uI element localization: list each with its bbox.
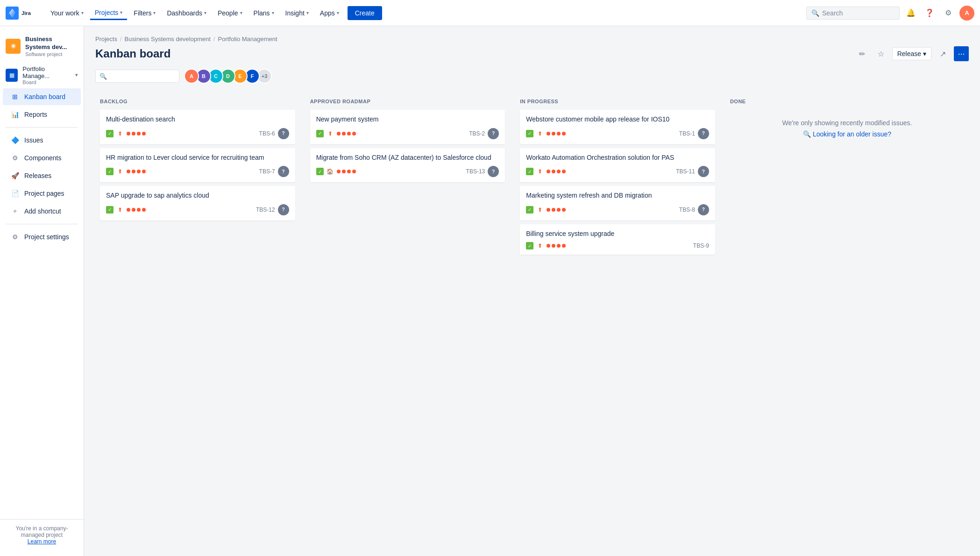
more-options-button[interactable]: ··· — [954, 46, 969, 61]
story-icon: ✓ — [106, 206, 114, 214]
card-tbs-9[interactable]: Billing service system upgrade ✓ ⬆ TBS-9 — [520, 224, 715, 255]
card-tbs-8-title: Marketing system refresh and DB migratio… — [526, 191, 709, 200]
card-tbs-12-id: TBS-12 — [256, 207, 275, 213]
release-chevron: ▾ — [923, 50, 926, 57]
breadcrumb-projects[interactable]: Projects — [95, 36, 117, 43]
nav-filters[interactable]: Filters ▾ — [129, 7, 160, 20]
create-button[interactable]: Create — [348, 6, 382, 20]
edit-board-button[interactable]: ✏ — [855, 46, 870, 61]
star-button[interactable]: ☆ — [873, 46, 888, 61]
card-dots — [127, 132, 146, 135]
done-empty-text: We're only showing recently modified iss… — [739, 119, 955, 127]
nav-plans[interactable]: Plans ▾ — [249, 7, 279, 20]
topnav-right-area: 🔍 Search 🔔 ❓ ⚙ A — [806, 6, 974, 21]
learn-more-link[interactable]: Learn more — [28, 538, 56, 545]
filter-search-box[interactable]: 🔍 — [95, 70, 179, 83]
project2-icon: ▦ — [6, 69, 18, 82]
priority-icon: ⬆ — [536, 130, 544, 137]
filter-bar: 🔍 A B C D E F +3 — [95, 69, 969, 84]
card-tbs-2-avatar: ? — [488, 128, 499, 139]
sidebar-item-add-shortcut[interactable]: ＋ Add shortcut — [3, 203, 81, 220]
breadcrumb-portfolio-management[interactable]: Portfolio Management — [218, 36, 277, 43]
project-pages-label: Project pages — [24, 190, 64, 197]
priority-icon: ⬆ — [536, 206, 544, 214]
nav-your-work[interactable]: Your work ▾ — [46, 7, 88, 20]
story-icon: ✓ — [316, 168, 324, 175]
card-dots — [127, 170, 146, 173]
card-tbs-6-title: Multi-destination search — [106, 115, 289, 124]
column-backlog: BACKLOG Multi-destination search ✓ ⬆ TBS… — [95, 93, 300, 229]
apps-chevron: ▾ — [337, 10, 339, 15]
sidebar-item-project-pages[interactable]: 📄 Project pages — [3, 185, 81, 202]
project2-name: Portfolio Manage... Board — [22, 65, 71, 85]
sidebar-item-issues[interactable]: 🔷 Issues — [3, 132, 81, 149]
search-box[interactable]: 🔍 Search — [806, 7, 900, 20]
card-tbs-7-avatar: ? — [278, 166, 289, 177]
components-label: Components — [24, 154, 61, 162]
story-icon: ✓ — [106, 168, 114, 175]
card-tbs-12-title: SAP upgrade to sap analytics cloud — [106, 191, 289, 200]
sidebar-item-project-settings[interactable]: ⚙ Project settings — [3, 228, 81, 245]
card-dots — [547, 244, 566, 248]
nav-apps[interactable]: Apps ▾ — [315, 7, 344, 20]
search-icon: 🔍 — [811, 9, 819, 17]
plans-chevron: ▾ — [272, 10, 274, 15]
card-dots — [547, 132, 566, 135]
jira-wordmark: Jira — [21, 8, 40, 18]
release-button[interactable]: Release ▾ — [892, 47, 931, 60]
user-avatar[interactable]: A — [959, 6, 974, 21]
priority-icon: ⬆ — [536, 168, 544, 175]
older-issue-link[interactable]: 🔍 Looking for an older issue? — [739, 130, 955, 138]
components-icon: ⚙ — [10, 153, 20, 163]
sidebar-item-releases[interactable]: 🚀 Releases — [3, 167, 81, 184]
card-tbs-13[interactable]: Migrate from Soho CRM (AZ datacenter) to… — [310, 148, 505, 183]
priority-icon: ⬆ — [116, 206, 124, 214]
filter-search-input[interactable] — [109, 72, 165, 80]
help-button[interactable]: ❓ — [922, 6, 937, 21]
add-shortcut-icon: ＋ — [10, 207, 20, 216]
company-managed-text: You're in a company-managed project — [6, 525, 78, 538]
card-tbs-11-id: TBS-11 — [676, 168, 695, 175]
sidebar-project1-header[interactable]: ☀ Business Systems dev... Software proje… — [0, 32, 84, 61]
sidebar-item-reports[interactable]: 📊 Reports — [3, 106, 81, 123]
jira-logo[interactable]: Jira — [6, 7, 40, 20]
svg-text:Jira: Jira — [21, 10, 31, 16]
card-tbs-8[interactable]: Marketing system refresh and DB migratio… — [520, 186, 715, 221]
sidebar-item-components[interactable]: ⚙ Components — [3, 150, 81, 166]
card-tbs-2[interactable]: New payment system ✓ ⬆ TBS-2 ? — [310, 110, 505, 144]
add-shortcut-label: Add shortcut — [24, 207, 61, 215]
top-navigation: Jira Your work ▾ Projects ▾ Filters ▾ Da… — [0, 0, 980, 26]
card-tbs-12[interactable]: SAP upgrade to sap analytics cloud ✓ ⬆ T… — [100, 186, 295, 221]
avatar-group: A B C D E F +3 — [184, 69, 272, 84]
share-button[interactable]: ↗ — [935, 46, 950, 61]
release-label: Release — [897, 50, 921, 57]
nav-people[interactable]: People ▾ — [213, 7, 247, 20]
card-tbs-11-title: Workato Automation Orchestration solutio… — [526, 153, 709, 163]
card-tbs-1-avatar: ? — [698, 128, 709, 139]
nav-projects[interactable]: Projects ▾ — [90, 6, 128, 20]
filter-search-icon: 🔍 — [99, 73, 107, 80]
done-header: DONE — [730, 98, 964, 105]
settings-button[interactable]: ⚙ — [941, 6, 956, 21]
nav-insight[interactable]: Insight ▾ — [281, 7, 313, 20]
card-tbs-9-id: TBS-9 — [693, 242, 709, 249]
card-tbs-13-avatar: ? — [488, 166, 499, 177]
card-tbs-6[interactable]: Multi-destination search ✓ ⬆ TBS-6 ? — [100, 110, 295, 144]
card-tbs-2-title: New payment system — [316, 115, 499, 124]
page-title: Kanban board — [95, 47, 170, 60]
breadcrumb-business-systems[interactable]: Business Systems development — [125, 36, 211, 43]
story-icon: ✓ — [526, 130, 533, 137]
card-tbs-7[interactable]: HR migration to Lever cloud service for … — [100, 148, 295, 183]
card-tbs-8-id: TBS-8 — [679, 207, 695, 213]
sidebar-item-kanban-board[interactable]: ⊞ Kanban board — [3, 88, 81, 105]
card-tbs-1[interactable]: Webstore customer mobile app release for… — [520, 110, 715, 144]
nav-dashboards[interactable]: Dashboards ▾ — [162, 7, 211, 20]
sidebar-project2-header[interactable]: ▦ Portfolio Manage... Board ▾ — [0, 63, 84, 88]
notifications-button[interactable]: 🔔 — [903, 6, 918, 21]
project-settings-icon: ⚙ — [10, 232, 20, 242]
card-tbs-11[interactable]: Workato Automation Orchestration solutio… — [520, 148, 715, 183]
card-tbs-13-title: Migrate from Soho CRM (AZ datacenter) to… — [316, 153, 499, 163]
search-older-icon: 🔍 — [803, 130, 811, 138]
avatar-1[interactable]: A — [184, 69, 199, 84]
card-tbs-7-title: HR migration to Lever cloud service for … — [106, 153, 289, 163]
